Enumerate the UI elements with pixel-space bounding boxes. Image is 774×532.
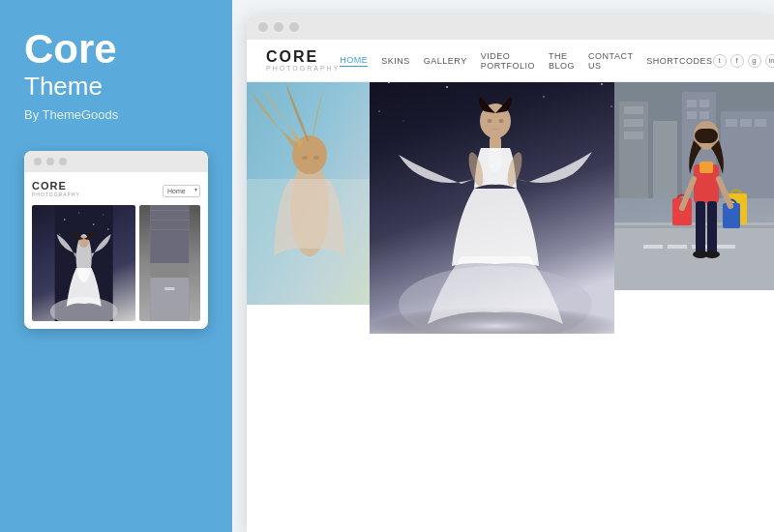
big-dot-2	[274, 22, 283, 32]
svg-point-39	[488, 148, 503, 171]
svg-point-1	[64, 219, 66, 221]
site-logo: CORE	[266, 49, 340, 65]
svg-point-31	[378, 110, 380, 112]
nav-skins[interactable]: SKINS	[381, 56, 410, 66]
nav-shortcodes[interactable]: SHORTCODES	[646, 56, 712, 66]
social-icons: t f g in r v	[713, 54, 774, 68]
big-browser-bar	[247, 15, 774, 40]
site-logo-wrap: CORE PHOTOGRAPHY	[266, 49, 340, 72]
mini-dot-2	[46, 158, 54, 165]
svg-point-6	[107, 228, 108, 229]
svg-point-5	[59, 234, 60, 235]
svg-point-2	[78, 213, 79, 214]
social-twitter-icon[interactable]: t	[713, 54, 727, 68]
site-logo-sub: PHOTOGRAPHY	[266, 65, 340, 72]
svg-point-4	[103, 215, 104, 216]
svg-rect-57	[726, 119, 737, 127]
svg-rect-65	[716, 245, 735, 249]
svg-point-22	[302, 156, 308, 160]
mini-nav: CORE PHOTOGRAPHY Home	[32, 180, 200, 197]
big-browser-content: CORE PHOTOGRAPHY HOME SKINS GALLERY VIDE…	[247, 40, 774, 532]
svg-rect-61	[614, 225, 774, 228]
svg-rect-74	[707, 201, 717, 254]
svg-point-21	[313, 156, 319, 160]
mini-gallery	[32, 205, 200, 321]
svg-rect-52	[687, 100, 697, 107]
mini-dropdown-wrap[interactable]: Home	[163, 180, 200, 197]
mini-side-image	[139, 205, 200, 321]
site-header: CORE PHOTOGRAPHY HOME SKINS GALLERY VIDE…	[247, 40, 774, 82]
svg-point-43	[498, 119, 503, 123]
photo-col-left	[247, 82, 370, 528]
svg-point-3	[93, 223, 94, 224]
mini-page-select[interactable]: Home	[163, 185, 200, 197]
svg-rect-12	[151, 210, 190, 211]
social-linkedin-icon[interactable]: in	[765, 54, 774, 68]
mini-logo-wrap: CORE PHOTOGRAPHY	[32, 181, 80, 197]
site-nav: HOME SKINS GALLERY VIDEO PORTFOLIO THE B…	[340, 51, 712, 71]
svg-point-26	[446, 86, 448, 88]
svg-rect-50	[653, 121, 677, 198]
mini-dot-1	[34, 158, 42, 165]
center-fade-bottom	[370, 412, 614, 528]
left-panel: Core Theme By ThemeGoods CORE PHOTOGRAPH…	[0, 0, 232, 532]
svg-rect-55	[700, 111, 709, 119]
nav-video-portfolio[interactable]: VIDEO PORTFOLIO	[481, 51, 535, 71]
svg-rect-48	[624, 119, 643, 127]
photo-shopping-woman	[614, 82, 774, 290]
big-dot-3	[289, 22, 299, 32]
svg-rect-63	[668, 245, 687, 249]
photo-col-center	[370, 82, 614, 528]
nav-contact[interactable]: CONTACT US	[588, 51, 633, 71]
mini-browser-content: CORE PHOTOGRAPHY Home	[24, 172, 208, 329]
svg-rect-46	[619, 102, 648, 198]
svg-point-33	[402, 120, 403, 121]
right-fade-bottom	[614, 412, 774, 528]
theme-name-bold: Core	[24, 29, 117, 70]
big-browser-mockup: CORE PHOTOGRAPHY HOME SKINS GALLERY VIDE…	[247, 15, 774, 532]
svg-rect-58	[740, 119, 752, 127]
svg-rect-14	[151, 229, 190, 230]
social-facebook-icon[interactable]: f	[730, 54, 744, 68]
svg-rect-49	[624, 132, 643, 139]
gallery-area	[247, 82, 774, 528]
svg-point-76	[704, 251, 720, 258]
right-panel: CORE PHOTOGRAPHY HOME SKINS GALLERY VIDE…	[232, 0, 774, 532]
mini-logo: CORE	[32, 181, 80, 192]
mini-dot-3	[59, 158, 67, 165]
mini-main-image	[32, 205, 135, 321]
svg-point-32	[610, 105, 611, 106]
svg-point-34	[543, 96, 545, 98]
photo-hair-woman	[247, 82, 370, 305]
svg-rect-15	[151, 278, 190, 321]
mini-browser-mockup: CORE PHOTOGRAPHY Home	[24, 151, 208, 329]
photo-dress-woman	[370, 82, 614, 334]
svg-rect-70	[695, 129, 718, 143]
photo-col-right	[614, 82, 774, 528]
nav-gallery[interactable]: GALLERY	[424, 56, 467, 66]
theme-author: By ThemeGoods	[24, 107, 118, 122]
svg-rect-72	[700, 162, 713, 173]
mini-browser-bar	[24, 151, 208, 172]
svg-rect-13	[151, 220, 190, 221]
nav-blog[interactable]: THE BLOG	[549, 51, 575, 71]
svg-rect-73	[696, 201, 705, 254]
social-google-icon[interactable]: g	[748, 54, 761, 68]
svg-rect-54	[687, 111, 697, 119]
theme-name-light: Theme	[24, 72, 103, 102]
svg-point-42	[487, 119, 491, 123]
mini-logo-sub: PHOTOGRAPHY	[32, 192, 80, 197]
nav-home[interactable]: HOME	[340, 55, 368, 67]
svg-rect-16	[165, 287, 175, 290]
svg-rect-62	[643, 245, 663, 249]
svg-rect-59	[755, 119, 766, 127]
svg-point-30	[601, 83, 603, 85]
site-main-content	[247, 82, 774, 528]
svg-rect-11	[151, 205, 190, 263]
svg-rect-53	[700, 100, 709, 107]
big-dot-1	[258, 22, 268, 32]
svg-rect-47	[624, 106, 643, 114]
